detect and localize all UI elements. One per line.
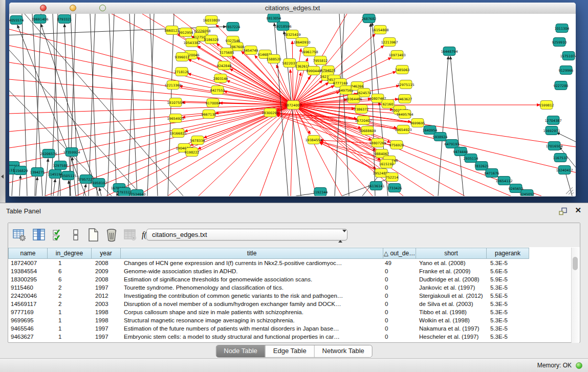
network-node[interactable]: 16136141 [367, 182, 384, 190]
network-node[interactable]: 16448794 [441, 47, 458, 56]
table-row[interactable]: 946362711997Embryonic stem cells: a mode… [8, 333, 572, 341]
network-node[interactable]: 8471676 [485, 169, 499, 178]
network-node[interactable]: 18640910 [293, 38, 310, 47]
network-node[interactable]: 9198222 [185, 148, 200, 157]
network-node[interactable]: 752214 [386, 173, 399, 182]
network-node[interactable]: 4055574 [9, 16, 24, 25]
table-row[interactable]: 2242004622012Investigating the contribut… [8, 292, 572, 300]
network-node[interactable]: 1011304 [555, 24, 570, 33]
tab-node-table[interactable]: Node Table [216, 345, 266, 357]
column-header-name[interactable]: name [8, 248, 48, 259]
network-node[interactable]: 1615192 [379, 160, 394, 168]
network-node[interactable]: 9170084 [206, 99, 221, 107]
network-node[interactable]: 10973493 [388, 51, 405, 59]
network-node[interactable]: 18300295 [262, 108, 278, 117]
network-node[interactable]: 14495764 [396, 110, 413, 119]
network-node[interactable]: 9912954 [179, 28, 193, 37]
network-node[interactable]: 12975115 [397, 80, 414, 89]
network-node[interactable]: 8427552 [210, 86, 225, 95]
network-node[interactable]: 2718126 [175, 68, 189, 76]
window-titlebar[interactable]: citations_edges.txt [9, 3, 576, 14]
network-node[interactable]: 2687682 [362, 14, 377, 23]
network-node[interactable]: 15692971 [543, 126, 560, 135]
network-node[interactable]: 16033809 [203, 16, 220, 25]
network-node[interactable]: 3297588 [53, 161, 68, 170]
network-node[interactable]: 12213369 [164, 81, 181, 90]
network-node[interactable]: 7485063 [395, 65, 410, 74]
column-header-in_degree[interactable]: in_degree [48, 248, 92, 259]
show-columns-icon[interactable] [32, 228, 46, 242]
network-node[interactable]: 9242848 [217, 61, 232, 70]
show-rows-icon[interactable] [69, 228, 83, 242]
network-node[interactable]: 9227288 [554, 81, 569, 90]
network-node[interactable]: 18807269 [369, 139, 386, 147]
panel-collapse-arrow[interactable] [1, 174, 4, 179]
network-node[interactable]: 15751074 [560, 52, 576, 60]
network-node[interactable]: 17016504 [546, 142, 562, 150]
network-node[interactable]: 8454749 [244, 46, 258, 55]
table-row[interactable]: 1456911722003Disruption of a novel membe… [8, 300, 572, 308]
network-node[interactable]: 3175685 [220, 48, 234, 57]
table-row[interactable]: 946554611997Estimation of the future num… [8, 324, 572, 333]
network-node[interactable]: 12704387 [545, 116, 561, 125]
network-node[interactable]: 10654112 [495, 177, 512, 185]
column-header-short[interactable]: short [416, 248, 487, 259]
network-node[interactable]: 9699695 [410, 119, 425, 127]
network-node[interactable]: 1599812 [539, 101, 554, 110]
network-node[interactable]: 2935114 [464, 154, 478, 163]
network-node[interactable]: 10543382 [183, 38, 200, 47]
network-node[interactable]: 18107554 [167, 98, 184, 107]
network-node[interactable]: 2803144 [213, 74, 228, 83]
table-row[interactable]: 1830029562008Estimation of significance … [8, 275, 572, 283]
network-node[interactable]: 8990448 [307, 67, 321, 75]
new-column-icon[interactable] [86, 228, 100, 242]
network-node[interactable]: 9463627 [398, 95, 412, 103]
table-source-select[interactable]: citations_edges.txt [146, 229, 347, 240]
network-node[interactable]: 19654925 [167, 114, 184, 123]
network-node[interactable]: 6479197 [445, 140, 460, 148]
network-node[interactable]: 20206576 [40, 149, 57, 158]
select-columns-icon[interactable] [51, 228, 66, 242]
network-node[interactable]: 1156829 [13, 166, 28, 175]
delete-column-icon[interactable] [104, 228, 119, 242]
network-node[interactable]: 17359924 [63, 148, 80, 157]
table-mode-icon[interactable] [12, 228, 27, 242]
table-row[interactable]: 911546021997Tourette syndrome. Phenomeno… [8, 283, 572, 292]
close-panel-icon[interactable]: ✕ [575, 206, 581, 215]
network-node[interactable]: 9129966 [559, 66, 574, 75]
network-node[interactable]: 12213967 [381, 38, 398, 47]
table-row[interactable]: 1938455462009Genome-wide association stu… [8, 267, 572, 275]
network-canvas[interactable]: 1872400786601239912954122260589127503105… [9, 14, 576, 196]
network-node[interactable]: 16720407 [355, 116, 372, 125]
column-header-title[interactable]: title [121, 248, 383, 259]
network-window[interactable]: citations_edges.txt 18724007866012399129… [9, 3, 576, 196]
delete-table-icon[interactable] [123, 228, 137, 242]
network-node[interactable]: 8186328 [204, 35, 219, 44]
network-node[interactable]: 19384554 [305, 136, 322, 144]
network-node[interactable]: 19654923 [395, 125, 411, 134]
network-node[interactable]: 8660123 [165, 26, 180, 35]
network-node[interactable]: 7955812 [313, 56, 328, 65]
network-node[interactable]: 16958107 [90, 179, 107, 187]
table-row[interactable]: 969969511998Structural magnetic resonanc… [8, 316, 572, 324]
network-node[interactable]: 17534640 [128, 190, 145, 196]
network-node[interactable]: 9245052 [520, 190, 535, 196]
network-node[interactable]: 7857224 [226, 23, 241, 31]
network-node[interactable]: 18325419 [284, 30, 300, 39]
network-node[interactable]: 1192344 [313, 188, 328, 196]
network-node[interactable]: 8813054 [267, 14, 281, 23]
network-node[interactable]: 20364486 [345, 95, 362, 103]
side-collapse-strip[interactable] [0, 0, 6, 203]
network-node[interactable]: 5678334 [190, 136, 205, 145]
column-header-year[interactable]: year [92, 248, 121, 259]
tab-edge-table[interactable]: Edge Table [266, 345, 315, 357]
network-node[interactable]: 13505115 [59, 171, 76, 180]
network-node[interactable]: 10240417 [556, 166, 573, 174]
network-node[interactable]: 1733426 [387, 184, 402, 192]
network-node[interactable]: 20691406 [31, 15, 48, 24]
network-node[interactable]: 1588520 [267, 55, 281, 63]
network-node[interactable]: 16154808 [372, 26, 388, 34]
table-vertical-scrollbar[interactable] [571, 248, 579, 343]
network-node[interactable]: 19218596 [274, 22, 291, 31]
table-row[interactable]: 1872400712008Changes of HCN gene express… [8, 259, 572, 267]
